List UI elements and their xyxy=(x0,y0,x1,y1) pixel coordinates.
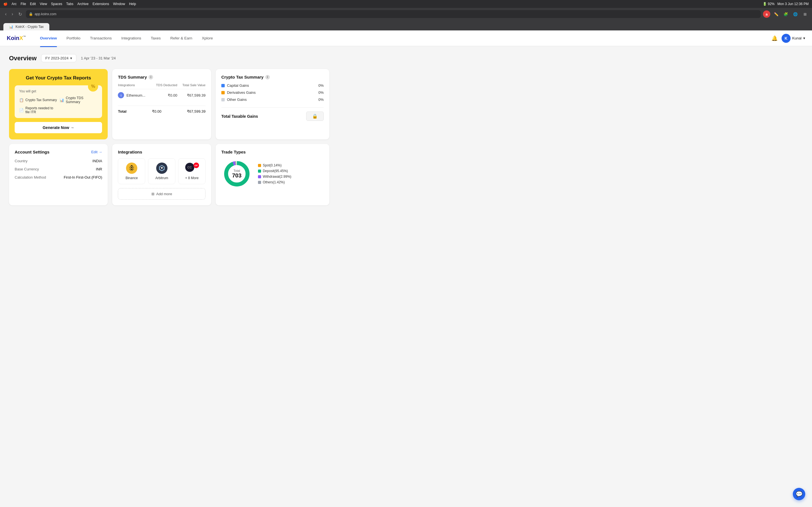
withdrawal-label: Withdrawal(2.99%) xyxy=(263,175,291,179)
chevron-down-icon: ▾ xyxy=(803,36,805,40)
nav-transactions[interactable]: Transactions xyxy=(86,34,116,43)
trade-types-title: Trade Types xyxy=(221,150,324,154)
nav-portfolio[interactable]: Portfolio xyxy=(63,34,85,43)
cc-logo: CC xyxy=(185,163,195,172)
donut-area: Total 703 Spot(0.14%) Deposit(95.45%) xyxy=(221,158,324,189)
extensions-menu[interactable]: Extensions xyxy=(93,2,109,6)
browser-chrome: ‹ › ↻ 🔒 app.koinx.com a ✏️ 🧩 🌐 ⊞ 📊 KoinX… xyxy=(0,8,812,31)
page-title: Overview xyxy=(9,55,37,62)
spot-dot xyxy=(258,164,261,167)
arbitrum-integration[interactable]: Arbitrum xyxy=(148,158,175,184)
derivatives-dot xyxy=(221,91,225,94)
legend-spot: Spot(0.14%) xyxy=(258,163,291,167)
donut-total-label: Total xyxy=(234,169,240,172)
report-tds-icon: 📊 xyxy=(59,98,64,102)
deposit-dot xyxy=(258,170,261,173)
total-sale: ₹67,599.39 xyxy=(187,109,206,114)
report-item-tax: 📋 Crypto Tax Summary xyxy=(19,96,57,104)
window-menu[interactable]: Window xyxy=(113,2,125,6)
refresh-button[interactable]: ↻ xyxy=(17,11,24,17)
legend-others: Others(1.42%) xyxy=(258,180,291,184)
forward-button[interactable]: › xyxy=(10,11,15,17)
derivatives-pct: 0% xyxy=(318,91,324,95)
calc-method-label: Calculation Method xyxy=(15,175,46,179)
nav-taxes[interactable]: Taxes xyxy=(147,34,165,43)
nav-integrations[interactable]: Integrations xyxy=(117,34,145,43)
archive-menu[interactable]: Archive xyxy=(77,2,89,6)
binance-integration[interactable]: Binance xyxy=(118,158,145,184)
battery-status: 🔋 92% xyxy=(763,2,774,6)
tds-totals-row: Total ₹0.00 ₹67,599.39 xyxy=(118,106,205,114)
sidebar-toggle[interactable]: ⊞ xyxy=(801,10,809,18)
view-menu[interactable]: View xyxy=(40,2,47,6)
chat-icon: 💬 xyxy=(796,491,803,497)
withdrawal-dot xyxy=(258,175,261,178)
settings-rows: Country INDIA Base Currency INR Calculat… xyxy=(15,159,102,179)
active-tab[interactable]: 📊 KoinX - Crypto Tax xyxy=(3,23,49,31)
legend-withdrawal: Withdrawal(2.99%) xyxy=(258,175,291,179)
fy-label: FY 2023-2024 xyxy=(45,56,68,60)
pencil-icon[interactable]: ✏️ xyxy=(772,10,780,18)
crypto-tax-info-icon[interactable]: i xyxy=(265,75,270,79)
fy-selector[interactable]: FY 2023-2024 ▾ xyxy=(41,54,77,62)
notification-bell[interactable]: 🔔 xyxy=(771,35,777,41)
cards-row-1: TDS Summary i Integrations TDS Deducted … xyxy=(9,69,329,139)
nav-refer-earn[interactable]: Refer & Earn xyxy=(166,34,196,43)
tds-info-icon[interactable]: i xyxy=(149,75,153,79)
currency-row: Base Currency INR xyxy=(15,167,102,171)
address-bar[interactable]: 🔒 app.koinx.com xyxy=(26,10,761,18)
nav-overview[interactable]: Overview xyxy=(36,34,61,43)
others-label: Others(1.42%) xyxy=(263,180,285,184)
help-menu[interactable]: Help xyxy=(129,2,136,6)
trade-types-card: Trade Types xyxy=(216,144,329,205)
tds-summary-card: TDS Summary i Integrations TDS Deducted … xyxy=(112,69,211,139)
arc-menu[interactable]: Arc xyxy=(11,2,17,6)
other-gains-dot xyxy=(221,98,225,101)
report-tax-icon: 📋 xyxy=(19,98,24,102)
arbitrum-logo xyxy=(156,163,167,174)
back-button[interactable]: ‹ xyxy=(3,11,8,17)
app-logo[interactable]: KoinX™ xyxy=(7,35,26,41)
add-more-button[interactable]: ⊞ Add more xyxy=(118,188,205,200)
country-value: INDIA xyxy=(93,159,102,163)
browser-nav-buttons: ‹ › ↻ xyxy=(3,11,24,17)
edit-menu[interactable]: Edit xyxy=(30,2,36,6)
deposit-label: Deposit(95.45%) xyxy=(263,169,288,173)
integration-label: Ethereum... xyxy=(126,93,145,98)
integrations-grid: Binance Arbitrum CC xyxy=(118,158,205,184)
mac-os-bar: 🍎 Arc File Edit View Spaces Tabs Archive… xyxy=(0,0,812,8)
total-tds: ₹0.00 xyxy=(152,109,161,114)
other-gains-pct: 0% xyxy=(318,98,324,102)
profile-icon[interactable]: a xyxy=(763,10,770,18)
edit-link[interactable]: Edit → xyxy=(91,150,102,154)
file-menu[interactable]: File xyxy=(20,2,26,6)
extension-icon[interactable]: 🧩 xyxy=(782,10,790,18)
page-content: Overview FY 2023-2024 ▾ 1 Apr '23 - 31 M… xyxy=(0,46,338,213)
total-sale-value: ₹67,599.39 xyxy=(177,89,206,101)
integration-name: ⟠ Ethereum... xyxy=(118,92,151,98)
lock-icon: 🔒 xyxy=(29,12,33,16)
nav-xplore[interactable]: Xplore xyxy=(198,34,217,43)
tab-bar: 📊 KoinX - Crypto Tax xyxy=(0,20,812,31)
user-menu[interactable]: K Kunal ▾ xyxy=(781,34,805,43)
date-range: 1 Apr '23 - 31 Mar '24 xyxy=(81,56,116,60)
more-integrations[interactable]: CC OP + 8 More xyxy=(178,158,206,184)
generate-now-button[interactable]: Generate Now → xyxy=(15,122,102,133)
chat-fab-button[interactable]: 💬 xyxy=(793,488,805,500)
binance-logo xyxy=(126,163,137,174)
calc-method-value: First-In First-Out (FIFO) xyxy=(64,175,102,179)
cards-row-2: Account Settings Edit → Country INDIA Ba… xyxy=(9,144,329,205)
app-nav: KoinX™ Overview Portfolio Transactions I… xyxy=(0,31,812,46)
col-tds-deducted: TDS Deducted xyxy=(151,83,177,89)
others-dot xyxy=(258,181,261,184)
country-row: Country INDIA xyxy=(15,159,102,163)
spaces-menu[interactable]: Spaces xyxy=(51,2,62,6)
extension-icon-2[interactable]: 🌐 xyxy=(792,10,799,18)
lock-badge[interactable]: 🔒 xyxy=(306,112,324,121)
tabs-menu[interactable]: Tabs xyxy=(66,2,73,6)
currency-value: INR xyxy=(96,167,102,171)
tds-table: Integrations TDS Deducted Total Sale Val… xyxy=(118,83,205,101)
capital-gains-item: Capital Gains 0% xyxy=(221,83,324,88)
report-tds-label: Crypto TDS Summary xyxy=(66,96,98,104)
dropdown-chevron: ▾ xyxy=(70,56,72,60)
